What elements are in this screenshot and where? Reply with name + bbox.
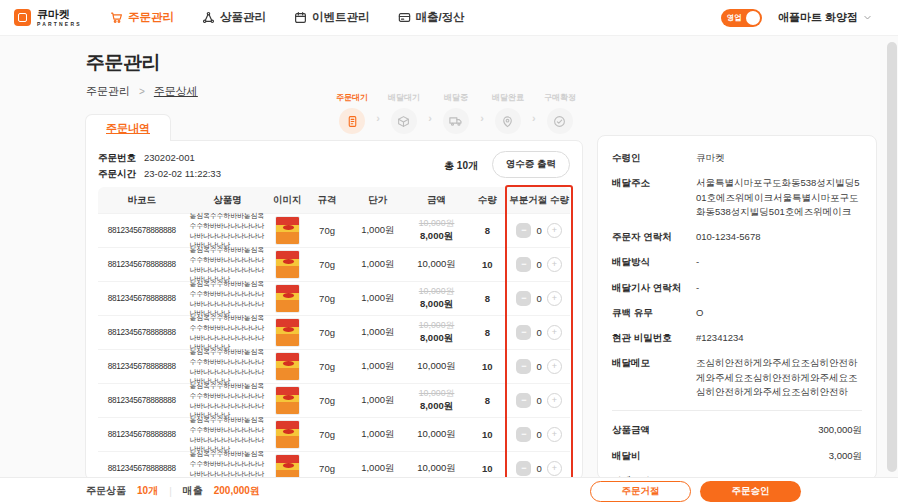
cell-image bbox=[269, 352, 305, 381]
cell-spec: 70g bbox=[305, 463, 349, 474]
field-label: 배달메모 bbox=[612, 356, 696, 399]
approve-order-button[interactable]: 주문승인 bbox=[700, 481, 801, 502]
step-arrow-icon: › bbox=[376, 92, 380, 124]
current-price: 10,000원 bbox=[407, 462, 467, 475]
nav-item-sales[interactable]: 매출/정산 bbox=[398, 10, 465, 25]
table-row: 8812345678888888 농심옥수수하바바농심옥수수하바바나나나나나나나… bbox=[98, 349, 570, 383]
delivery-field: 배달메모 조심히안전하게와주세요조심히안전하게와주세요조심히안전하게와주세요조심… bbox=[612, 356, 862, 399]
cell-amount: 10,000원 bbox=[407, 360, 467, 373]
increase-reject-button[interactable]: + bbox=[547, 393, 562, 408]
cell-barcode: 8812345678888888 bbox=[98, 226, 186, 235]
col-header-barcode: 바코드 bbox=[98, 194, 186, 207]
print-receipt-button[interactable]: 영수증 출력 bbox=[492, 151, 570, 178]
cell-unit-price: 1,000원 bbox=[349, 224, 407, 237]
breadcrumb-order-detail[interactable]: 주문상세 bbox=[154, 84, 198, 99]
brand-logo[interactable]: 큐마켓 PARTNERS bbox=[14, 9, 100, 27]
pin-icon bbox=[495, 108, 521, 134]
cell-partial-reject: − 0 + bbox=[508, 325, 570, 340]
table-row: 8812345678888888 농심옥수수하바바농심옥수수하바바나나나나나나나… bbox=[98, 213, 570, 247]
cell-spec: 70g bbox=[305, 361, 349, 372]
nav-item-label: 주문관리 bbox=[128, 10, 174, 25]
field-label: 큐백 유무 bbox=[612, 306, 696, 320]
decrease-reject-button[interactable]: − bbox=[516, 325, 531, 340]
nav-item-products[interactable]: 상품관리 bbox=[202, 10, 266, 25]
cell-product-name: 농심옥수수하바바농심옥수수하바바나나나나나나나바나나나나나나나나나나바나나나나 bbox=[186, 313, 270, 351]
decrease-reject-button[interactable]: − bbox=[516, 393, 531, 408]
field-value: - bbox=[696, 281, 699, 295]
order-items-table: 바코드 상품명 이미지 규격 단가 금액 수량 부분거절 수량 88123456… bbox=[98, 187, 570, 485]
increase-reject-button[interactable]: + bbox=[547, 325, 562, 340]
business-open-toggle[interactable]: 영업 bbox=[721, 9, 762, 27]
reject-quantity-value: 0 bbox=[536, 395, 541, 406]
page-scrollbar[interactable] bbox=[887, 42, 897, 472]
sales-value: 200,000원 bbox=[214, 484, 260, 498]
cell-partial-reject: − 0 + bbox=[508, 461, 570, 476]
cell-unit-price: 1,000원 bbox=[349, 394, 407, 407]
col-header-spec: 규격 bbox=[305, 194, 349, 207]
cell-quantity: 10 bbox=[466, 429, 508, 440]
current-price: 8,000원 bbox=[407, 332, 467, 345]
increase-reject-button[interactable]: + bbox=[547, 427, 562, 442]
cell-amount: 10,000원 8,000원 bbox=[407, 286, 467, 311]
cell-spec: 70g bbox=[305, 429, 349, 440]
reject-order-button[interactable]: 주문거절 bbox=[590, 481, 691, 502]
reject-quantity-value: 0 bbox=[536, 361, 541, 372]
order-table-body: 8812345678888888 농심옥수수하바바농심옥수수하바바나나나나나나나… bbox=[98, 213, 570, 485]
increase-reject-button[interactable]: + bbox=[547, 223, 562, 238]
cell-product-name: 농심옥수수하바바농심옥수수하바바나나나나나나나바나나나나나나나나나나바나나나나 bbox=[186, 211, 270, 249]
increase-reject-button[interactable]: + bbox=[547, 461, 562, 476]
cell-spec: 70g bbox=[305, 293, 349, 304]
breadcrumb-orders[interactable]: 주문관리 bbox=[86, 84, 130, 99]
decrease-reject-button[interactable]: − bbox=[516, 291, 531, 306]
tab-order-history[interactable]: 주문내역 bbox=[85, 114, 171, 141]
sales-label: 매출 bbox=[183, 484, 203, 498]
decrease-reject-button[interactable]: − bbox=[516, 461, 531, 476]
increase-reject-button[interactable]: + bbox=[547, 257, 562, 272]
cell-image bbox=[269, 250, 305, 279]
increase-reject-button[interactable]: + bbox=[547, 291, 562, 306]
field-value: #12341234 bbox=[696, 331, 744, 345]
nav-item-events[interactable]: 이벤트관리 bbox=[294, 10, 370, 25]
step-delivering: 배달중 bbox=[434, 92, 478, 134]
reject-quantity-value: 0 bbox=[536, 463, 541, 474]
cell-spec: 70g bbox=[305, 327, 349, 338]
payment-row: 배달비 3,000원 bbox=[612, 450, 862, 463]
cell-image bbox=[269, 216, 305, 245]
cell-unit-price: 1,000원 bbox=[349, 258, 407, 271]
decrease-reject-button[interactable]: − bbox=[516, 427, 531, 442]
step-arrow-icon: › bbox=[480, 92, 484, 124]
table-row: 8812345678888888 농심옥수수하바바농심옥수수하바바나나나나나나나… bbox=[98, 281, 570, 315]
decrease-reject-button[interactable]: − bbox=[516, 257, 531, 272]
product-image bbox=[275, 318, 300, 347]
calendar-icon bbox=[294, 11, 307, 24]
step-purchase-confirmed: 구매확정 bbox=[538, 92, 582, 134]
col-header-quantity: 수량 bbox=[466, 194, 508, 207]
cell-quantity: 8 bbox=[466, 293, 508, 304]
col-header-product-name: 상품명 bbox=[186, 193, 270, 206]
breadcrumb-separator: > bbox=[139, 86, 145, 97]
field-label: 주문자 연락처 bbox=[612, 230, 696, 244]
breadcrumb: 주문관리 > 주문상세 bbox=[86, 84, 198, 99]
cell-product-name: 농심옥수수하바바농심옥수수하바바나나나나나나나바나나나나나나나나나나바나나나나 bbox=[186, 415, 270, 453]
decrease-reject-button[interactable]: − bbox=[516, 223, 531, 238]
decrease-reject-button[interactable]: − bbox=[516, 359, 531, 374]
cell-amount: 10,000원 bbox=[407, 462, 467, 475]
cell-partial-reject: − 0 + bbox=[508, 427, 570, 442]
cell-barcode: 8812345678888888 bbox=[98, 396, 186, 405]
toggle-label: 영업 bbox=[727, 13, 742, 23]
product-image bbox=[275, 386, 300, 415]
order-number-value: 230202-001 bbox=[144, 150, 195, 166]
increase-reject-button[interactable]: + bbox=[547, 359, 562, 374]
cart-icon bbox=[110, 11, 123, 24]
nav-item-orders[interactable]: 주문관리 bbox=[110, 10, 174, 25]
cell-amount: 10,000원 8,000원 bbox=[407, 388, 467, 413]
step-arrow-icon: › bbox=[532, 92, 536, 124]
product-image bbox=[275, 250, 300, 279]
table-header-row: 바코드 상품명 이미지 규격 단가 금액 수량 부분거절 수량 bbox=[98, 187, 570, 213]
step-arrow-icon: › bbox=[428, 92, 432, 124]
brand-logo-icon bbox=[14, 9, 31, 26]
store-selector[interactable]: 애플마트 화양점 bbox=[778, 10, 872, 25]
top-nav-bar: 큐마켓 PARTNERS 주문관리 상품관리 이벤트관리 매출/정산 영업 애플… bbox=[0, 0, 898, 36]
brand-subtitle: PARTNERS bbox=[37, 22, 82, 27]
cell-spec: 70g bbox=[305, 259, 349, 270]
